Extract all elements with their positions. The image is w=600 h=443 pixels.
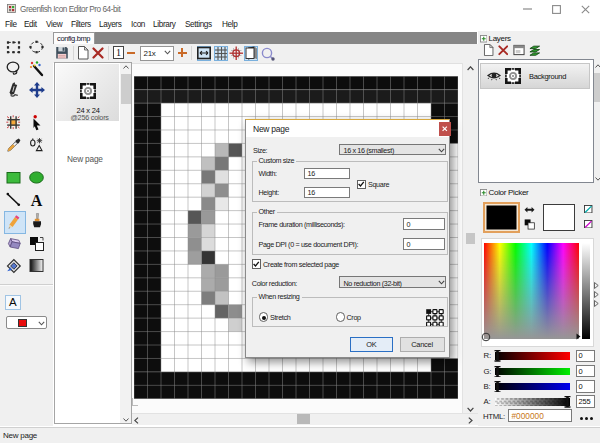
svg-text:1: 1: [116, 47, 121, 58]
svg-text:A: A: [31, 192, 43, 208]
